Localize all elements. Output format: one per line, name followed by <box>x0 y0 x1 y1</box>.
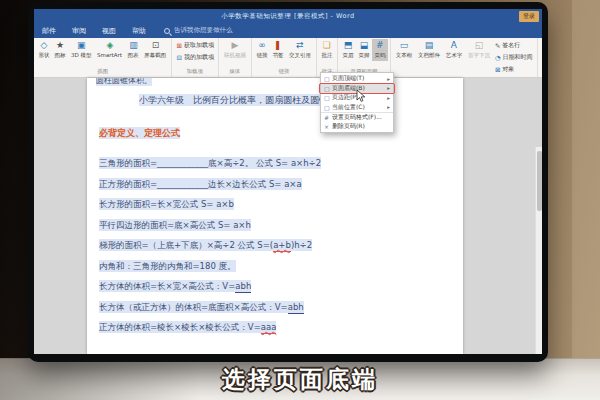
图表-icon: ▥ <box>129 40 138 51</box>
doc-partial-line: 圆柱圆锥体积。 <box>96 78 152 86</box>
doc-text: 平行四边形的面积=底×高公式 S= a×h <box>99 219 251 231</box>
ribbon-group-文本: ▭文本框▤文档部件A艺术字◱首字下沉✎签名行◔日期和时间⊠对象文本 <box>391 38 538 77</box>
button-label: SmartArt <box>97 51 122 57</box>
group-label: 插图 <box>43 67 163 77</box>
button-label: 图表 <box>128 51 139 59</box>
wall-seam <box>572 0 600 400</box>
图标-icon: ★ <box>56 40 64 51</box>
underlined-formula: a+b <box>273 239 291 252</box>
button-label: 联机视频 <box>224 51 246 59</box>
ribbon-tab-2[interactable]: 视图 <box>94 23 124 38</box>
doc-line-8: 正方体的体积=棱长×棱长×棱长公式：V=aaa <box>99 322 276 334</box>
scrollbar-thumb[interactable] <box>537 151 542 211</box>
video-subtitle: 选择页面底端 <box>0 364 600 395</box>
ribbon-tab-1[interactable]: 审阅 <box>64 23 94 38</box>
联机视频-icon: ▶ <box>231 40 238 51</box>
group-label: 媒体 <box>222 67 247 77</box>
menu-item-label: 当前位置(C) <box>332 103 387 112</box>
menu-item-icon: ▢ <box>324 75 332 82</box>
文本框-icon: ▭ <box>400 40 409 51</box>
艺术字-icon: A <box>451 40 457 51</box>
submenu-arrow-icon: ▸ <box>387 85 390 91</box>
ribbon-button-图表[interactable]: ▥图表 <box>125 39 141 61</box>
ribbon-button-页眉[interactable]: ⬒页眉 <box>340 39 356 61</box>
ribbon-button-书签[interactable]: ❚书签 <box>270 39 286 61</box>
ribbon-button-公式[interactable]: π公式 <box>540 39 542 61</box>
menu-item-label: 页面顶端(T) <box>332 74 387 83</box>
ribbon-stack: ✎签名行◔日期和时间⊠对象 <box>493 39 535 76</box>
tell-me-search[interactable]: 告诉我你想要做什么 <box>164 26 233 35</box>
ribbon-button-图标[interactable]: ★图标 <box>52 39 68 61</box>
获取加载项-icon: ⊞ <box>176 42 181 50</box>
word-window: 小学数学基础知识整理 [兼容模式] - Word 登录 邮件审阅视图帮助 告诉我… <box>34 9 542 354</box>
ribbon-button-SmartArt[interactable]: ◈SmartArt <box>94 39 125 59</box>
underlined-formula: abh <box>288 301 304 314</box>
submenu-arrow-icon: ▸ <box>387 104 390 110</box>
button-label: 获取加载项 <box>184 41 214 50</box>
ribbon-button-首字下沉: ◱首字下沉 <box>465 39 493 61</box>
ribbon-button-形状[interactable]: ◇形状 <box>36 39 52 61</box>
ribbon-button-签名行[interactable]: ✎签名行 <box>495 41 533 50</box>
ribbon-button-日期和时间[interactable]: ◔日期和时间 <box>495 53 533 62</box>
形状-icon: ◇ <box>41 40 48 51</box>
ribbon-group-符号: π公式Ω符号№编号符号 <box>538 38 542 77</box>
doc-text: 三角形的面积=____________底×高÷2。 公式 S= a×h÷2 <box>99 157 321 169</box>
vertical-scrollbar[interactable] <box>535 147 542 354</box>
button-label: 批注 <box>321 51 332 59</box>
文档部件-icon: ▤ <box>425 40 434 51</box>
mouse-cursor <box>356 89 366 103</box>
doc-line-4: 梯形的面积=（上底+下底）×高÷2 公式 S=(a+b)h÷2 <box>99 240 312 252</box>
sign-in-badge[interactable]: 登录 <box>519 11 539 22</box>
ribbon-tab-0[interactable]: 邮件 <box>34 23 64 38</box>
doc-text: 长方体的体积=长×宽×高公式：V= <box>99 280 235 292</box>
menu-item-设置页码格式(F)...[interactable]: #设置页码格式(F)... <box>321 112 393 122</box>
ribbon-button-页码[interactable]: #页码 <box>372 39 388 61</box>
ribbon-button-链接[interactable]: ∞链接 <box>254 39 270 61</box>
submenu-arrow-icon: ▸ <box>387 95 390 101</box>
menu-item-页面顶端(T)[interactable]: ▢页面顶端(T)▸ <box>321 74 393 84</box>
menu-item-icon: ▢ <box>324 94 332 101</box>
button-label: 艺术字 <box>446 51 463 59</box>
doc-text: 内角和：三角形的内角和=180 度。 <box>99 260 236 272</box>
button-label: 文档部件 <box>418 51 440 59</box>
doc-line-1: 正方形的面积=____________边长×边长公式 S= a×a <box>99 179 302 191</box>
button-label: 交叉引用 <box>289 51 311 59</box>
group-label: 链接 <box>257 67 311 77</box>
document-page[interactable]: 圆柱圆锥体积。 小学六年级 比例百分比概率，圆扇圆柱及圆锥 必背定义、定理公式 … <box>87 78 463 354</box>
ribbon-button-屏幕截图[interactable]: ⊡屏幕截图 <box>141 39 169 61</box>
ribbon-group-插图: ◇形状★图标▣3D 模型◈SmartArt▥图表⊡屏幕截图插图 <box>34 38 172 77</box>
屏幕截图-icon: ⊡ <box>152 40 160 51</box>
stage: 小学数学基础知识整理 [兼容模式] - Word 登录 邮件审阅视图帮助 告诉我… <box>0 0 600 400</box>
ribbon-button-联机视频: ▶联机视频 <box>221 39 249 61</box>
链接-icon: ∞ <box>258 40 266 51</box>
menu-item-当前位置(C)[interactable]: ▢当前位置(C)▸ <box>321 103 393 113</box>
doc-text: )h÷2 <box>291 239 312 251</box>
批注-icon: ❏ <box>323 40 331 51</box>
ribbon-button-批注[interactable]: ❏批注 <box>319 39 335 61</box>
doc-text: 长方形的面积=长×宽公式 S= a×b <box>99 198 234 210</box>
menu-item-删除页码(R)[interactable]: ×删除页码(R) <box>321 122 393 132</box>
页码-icon: # <box>376 40 384 51</box>
ribbon-button-我的加载项[interactable]: ⊟我的加载项 <box>176 53 213 62</box>
button-label: 对象 <box>502 65 514 74</box>
submenu-arrow-icon: ▸ <box>387 76 390 82</box>
doc-section-heading: 必背定义、定理公式 <box>99 127 180 140</box>
ribbon-button-页脚[interactable]: ⬓页脚 <box>356 39 372 61</box>
ribbon-tab-3[interactable]: 帮助 <box>124 23 154 38</box>
menu-item-icon: ▢ <box>324 104 332 111</box>
ribbon-button-3D 模型[interactable]: ▣3D 模型 <box>68 39 94 61</box>
ribbon-button-艺术字[interactable]: A艺术字 <box>443 39 465 61</box>
对象-icon: ⊠ <box>495 66 500 74</box>
menu-item-icon: ▢ <box>324 85 332 92</box>
doc-line-7: 长方体（或正方体）的体积=底面积×高公式：V=abh <box>99 302 304 314</box>
document-area: 圆柱圆锥体积。 小学六年级 比例百分比概率，圆扇圆柱及圆锥 必背定义、定理公式 … <box>34 78 542 354</box>
title-bar: 小学数学基础知识整理 [兼容模式] - Word 登录 <box>34 9 542 23</box>
ribbon-button-文档部件[interactable]: ▤文档部件 <box>415 39 443 61</box>
doc-text: 正方体的体积=棱长×棱长×棱长公式：V= <box>99 321 261 333</box>
ribbon-button-文本框[interactable]: ▭文本框 <box>393 39 415 61</box>
ribbon-button-对象[interactable]: ⊠对象 <box>495 65 533 74</box>
button-label: 日期和时间 <box>503 53 533 62</box>
ribbon-button-交叉引用[interactable]: ⇄交叉引用 <box>286 39 314 61</box>
ribbon-button-获取加载项[interactable]: ⊞获取加载项 <box>176 41 213 50</box>
button-label: 页脚 <box>358 51 369 59</box>
